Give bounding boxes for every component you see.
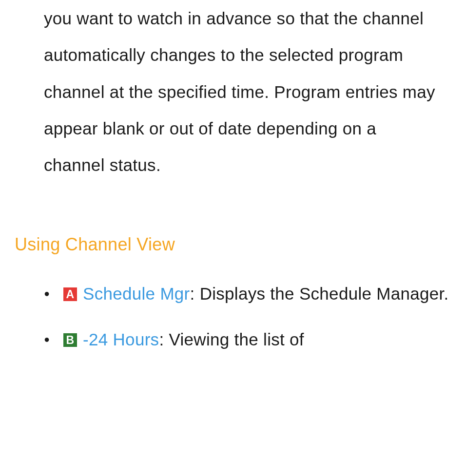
item-description: : Viewing the list of [159, 330, 304, 349]
section-heading: Using Channel View [15, 234, 450, 255]
intro-paragraph: you want to watch in advance so that the… [15, 0, 450, 183]
item-label: -24 Hours [83, 330, 159, 349]
list-item: A Schedule Mgr: Displays the Schedule Ma… [44, 275, 450, 312]
letter-b-badge: B [63, 333, 77, 347]
item-label: Schedule Mgr [83, 284, 190, 303]
list-item: B -24 Hours: Viewing the list of [44, 321, 450, 358]
item-description: : Displays the Schedule Manager. [190, 284, 449, 303]
channel-view-list: A Schedule Mgr: Displays the Schedule Ma… [15, 275, 450, 358]
letter-a-badge: A [63, 287, 77, 301]
